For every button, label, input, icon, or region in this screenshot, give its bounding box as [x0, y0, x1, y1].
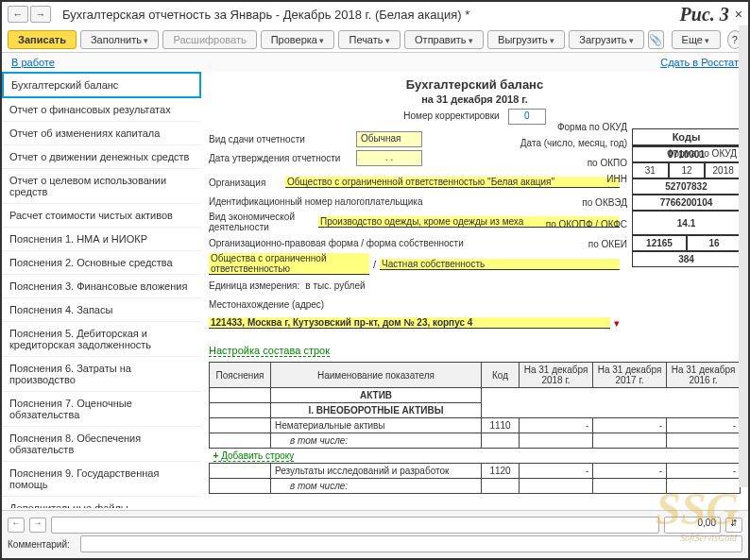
window-title: Бухгалтерская отчетность за Январь - Дек…	[62, 8, 680, 22]
footer-nav-fwd[interactable]: →	[29, 518, 46, 533]
sidebar-item-note4[interactable]: Пояснения 4. Запасы	[2, 298, 201, 322]
attach-button[interactable]: 📎	[648, 30, 664, 49]
row-code: 1120	[482, 464, 520, 479]
th-code: Код	[482, 363, 520, 388]
okved-code[interactable]: 14.1	[632, 211, 741, 235]
subsection-1: I. ВНЕОБОРОТНЫЕ АКТИВЫ	[271, 403, 482, 418]
sidebar-item-files[interactable]: Дополнительные файлы	[2, 497, 201, 508]
date-m: 12	[669, 162, 706, 178]
table-row[interactable]: Результаты исследований и разработок 112…	[210, 464, 741, 479]
add-row-link[interactable]: Добавить строку	[213, 450, 295, 462]
submit-type-field[interactable]: Обычная	[356, 131, 422, 147]
row-v18[interactable]: -	[520, 464, 593, 479]
row-name: Нематериальные активы	[271, 418, 482, 433]
submit-type-label: Вид сдачи отчетности	[209, 134, 350, 144]
sidebar-item-note2[interactable]: Пояснения 2. Основные средства	[2, 251, 201, 275]
row-name: в том числе:	[271, 433, 482, 449]
corr-num-label: Номер корректировки	[403, 110, 499, 121]
okei-rlabel: по ОКЕИ	[504, 236, 627, 252]
footer-nav-back[interactable]: ←	[8, 518, 25, 533]
table-row[interactable]: в том числе:	[210, 479, 741, 494]
addr-label: Местонахождение (адрес)	[209, 299, 324, 310]
inn-code: 7766200104	[632, 195, 741, 211]
close-button[interactable]: ×	[735, 7, 742, 22]
row-v17[interactable]: -	[593, 464, 667, 479]
comment-input[interactable]	[80, 535, 742, 552]
row-v16[interactable]: -	[667, 464, 741, 479]
org-label: Организация	[209, 178, 280, 188]
codes-header: Коды	[633, 129, 740, 145]
footer-updown-button[interactable]: ⇵	[725, 518, 742, 533]
content-area: Бухгалтерский баланс на 31 декабря 2018 …	[201, 72, 748, 508]
more-button[interactable]: Еще	[672, 30, 721, 49]
okved-rlabel: по ОКВЭД	[504, 195, 627, 211]
doc-subtitle: на 31 декабря 2018 г.	[209, 93, 741, 105]
row-v18[interactable]: -	[520, 418, 593, 433]
comment-label: Комментарий:	[8, 539, 70, 550]
approve-date-field[interactable]: . .	[356, 150, 422, 166]
sidebar-item-finresults[interactable]: Отчет о финансовых результатах	[2, 98, 201, 122]
okei-code: 384	[632, 251, 741, 267]
save-button[interactable]: Записать	[8, 30, 77, 49]
approve-date-label: Дата утверждения отчетности	[209, 153, 350, 163]
print-button[interactable]: Печать	[338, 30, 401, 49]
footer-search-input[interactable]	[51, 517, 659, 534]
sidebar-item-note1[interactable]: Пояснения 1. НМА и НИОКР	[2, 228, 201, 251]
nav-back-button[interactable]: ←	[8, 6, 28, 23]
th-2018: На 31 декабря 2018 г.	[520, 363, 593, 388]
addr-dropdown-icon[interactable]: ▾	[610, 317, 620, 330]
doc-title: Бухгалтерский баланс	[209, 77, 741, 92]
activity-label: Вид экономической деятельности	[209, 212, 313, 232]
sidebar-item-capital[interactable]: Отчет об изменениях капитала	[2, 122, 201, 145]
figure-label: Рис. 3	[680, 4, 729, 25]
table-row[interactable]: Нематериальные активы 1110 - - -	[210, 418, 741, 433]
sidebar-item-cashflow[interactable]: Отчет о движении денежных средств	[2, 145, 201, 169]
orgform2-field[interactable]: Частная собственность	[380, 259, 620, 270]
th-notes: Пояснения	[210, 363, 271, 388]
table-row[interactable]: в том числе:	[210, 433, 741, 449]
date-y: 2018	[705, 162, 741, 178]
inn-rlabel: ИНН	[504, 171, 627, 187]
okpo-rlabel: по ОКПО	[504, 155, 627, 171]
report-table: Пояснения Наименование показателя Код На…	[209, 362, 741, 494]
inn-label: Идентификационный номер налогоплательщик…	[209, 196, 422, 207]
okud-rlabel: Форма по ОКУД	[504, 119, 627, 135]
row-v17[interactable]: -	[593, 418, 667, 433]
okopf-code: 12165	[632, 235, 687, 251]
send-button[interactable]: Отправить	[404, 30, 484, 49]
check-button[interactable]: Проверка	[261, 30, 335, 49]
section-aktiv: АКТИВ	[271, 388, 482, 403]
download-button[interactable]: Загрузить	[569, 30, 644, 49]
okopf-rlabel: по ОКОПФ / ОКФС	[504, 216, 627, 232]
nav-forward-button[interactable]: →	[30, 6, 51, 23]
sidebar-item-note5[interactable]: Пояснения 5. Дебиторская и кредиторская …	[2, 322, 201, 357]
row-name: Результаты исследований и разработок	[271, 464, 482, 479]
submit-rosstat-link[interactable]: Сдать в Росстат	[660, 57, 739, 68]
sidebar-item-netassets[interactable]: Расчет стоимости чистых активов	[2, 204, 201, 228]
sidebar-item-note6[interactable]: Пояснения 6. Затраты на производство	[2, 357, 201, 392]
unit-value: в тыс. рублей	[305, 280, 365, 291]
sidebar-item-note7[interactable]: Пояснения 7. Оценочные обязательства	[2, 392, 201, 427]
sidebar: Бухгалтерский баланс Отчет о финансовых …	[2, 72, 201, 508]
fill-button[interactable]: Заполнить	[80, 30, 160, 49]
sidebar-item-note9[interactable]: Пояснения 9. Государственная помощь	[2, 462, 201, 497]
orgform1-field[interactable]: Общества с ограниченной ответственностью	[209, 253, 369, 275]
row-v16[interactable]: -	[667, 418, 741, 433]
status-inwork-link[interactable]: В работе	[11, 57, 55, 68]
unit-label: Единица измерения:	[209, 280, 299, 291]
th-name: Наименование показателя	[271, 363, 482, 388]
decode-button[interactable]: Расшифровать	[162, 30, 256, 49]
sidebar-item-targetuse[interactable]: Отчет о целевом использовании средств	[2, 169, 201, 204]
upload-button[interactable]: Выгрузить	[487, 30, 565, 49]
addr-field[interactable]: 121433, Москва г, Кутузовский пр-кт, дом…	[209, 317, 610, 329]
sidebar-item-balance[interactable]: Бухгалтерский баланс	[2, 72, 201, 98]
codes-panel: Коды Форма по ОКУД 0710001 31 12 2018 52…	[632, 128, 741, 333]
date-rlabel: Дата (число, месяц, год)	[504, 135, 627, 151]
sidebar-item-note3[interactable]: Пояснения 3. Финансовые вложения	[2, 275, 201, 298]
date-d: 31	[632, 162, 669, 178]
footer-num-input[interactable]: 0,00	[664, 517, 721, 534]
scrollbar[interactable]	[739, 25, 748, 487]
config-rows-link[interactable]: Настройка состава строк	[209, 345, 330, 357]
th-2016: На 31 декабря 2016 г.	[667, 363, 741, 388]
sidebar-item-note8[interactable]: Пояснения 8. Обеспечения обязательств	[2, 427, 201, 462]
